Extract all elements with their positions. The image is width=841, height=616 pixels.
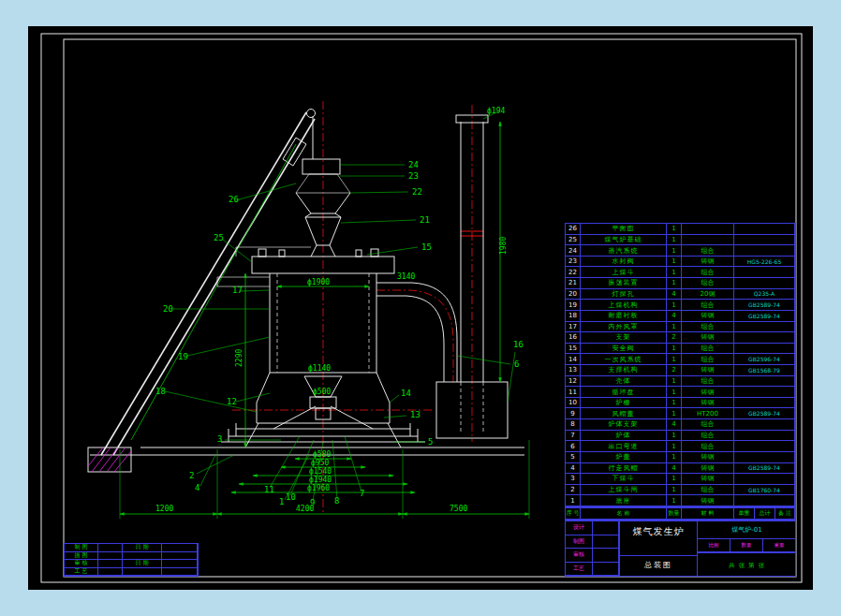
bom-cell-material: 组合	[682, 344, 734, 355]
bom-cell-name: 炉体支架	[581, 419, 667, 431]
bom-cell-no: 24	[566, 245, 581, 257]
bom-cell-no: 11	[566, 387, 581, 398]
title-block-right: 煤气炉-01 比例数量重量 共 张 第 张	[698, 521, 796, 576]
bom-cell-name: 出口弯道	[581, 441, 667, 452]
bom-cell-name: 平面图	[581, 224, 667, 235]
bom-cell-qty: 1	[667, 387, 682, 398]
bom-cell-material: 铸钢	[682, 463, 734, 475]
bom-cell-note: HG5-226-65	[734, 257, 795, 268]
drawing-number: 煤气炉-01	[698, 521, 796, 539]
revision-cell	[123, 568, 162, 577]
title-label-cell: 数量	[730, 539, 763, 552]
bom-cell-material: 组合	[682, 485, 734, 496]
bom-cell-qty: 1	[667, 354, 682, 365]
bom-cell-note	[734, 224, 795, 235]
bom-cell-note: GB2596-74	[734, 354, 795, 365]
bom-cell-no: 25	[566, 235, 581, 246]
sign-cell	[593, 563, 619, 577]
bom-cell-no: 5	[566, 452, 581, 463]
title-block-labels: 比例数量重量	[698, 539, 796, 553]
dimension-label: ф1900	[307, 278, 330, 286]
bom-cell-qty: 1	[667, 431, 682, 442]
bom-cell-name: 振荡装置	[581, 278, 667, 289]
revision-cell	[98, 544, 123, 552]
bom-cell-note	[734, 245, 795, 257]
bom-cell-qty: 1	[667, 398, 682, 409]
part-callout: 1	[279, 497, 284, 506]
revision-block: 制 图日 期描 图审 核日 期工 艺	[64, 543, 199, 577]
bom-cell-no: 14	[566, 354, 581, 365]
part-callout: 25	[214, 233, 224, 242]
title-label-cell: 比例	[698, 539, 730, 552]
dimension-label: ф194	[487, 107, 505, 115]
dimension-label: ф500	[313, 388, 331, 396]
bom-cell-name: 耐磨衬板	[581, 311, 667, 322]
sign-cell	[593, 521, 619, 535]
revision-cell	[98, 560, 123, 568]
bom-cell-name: 炉体	[581, 431, 667, 442]
part-callout: 10	[286, 492, 296, 502]
bom-cell-qty: 1	[667, 245, 682, 257]
bom-cell-name: 下煤斗	[581, 474, 667, 485]
bom-header-cell: 备 注	[775, 508, 795, 520]
bom-cell-name: 安全阀	[581, 344, 667, 355]
bom-cell-qty: 1	[667, 408, 682, 419]
part-callout: 23	[408, 171, 419, 181]
part-callout: 15	[421, 242, 432, 252]
bom-cell-no: 15	[566, 344, 581, 355]
bom-cell-name: 行走风帽	[581, 463, 667, 475]
bom-header-cell: 序 号	[566, 508, 581, 520]
bom-cell-material: 铸钢	[682, 387, 734, 398]
dimension-label: 2290	[235, 349, 243, 367]
bom-cell-name: 水封阀	[581, 257, 667, 268]
bom-cell-material: 组合	[682, 278, 734, 289]
bom-cell-no: 19	[566, 300, 581, 311]
bom-cell-material: 组合	[682, 419, 734, 431]
bom-cell-note	[734, 267, 795, 278]
title-block-sign-rows: 设计制图审核工艺	[566, 521, 620, 576]
revision-cell	[123, 552, 162, 561]
dimension-label: 3140	[397, 272, 415, 281]
bom-cell-note: GB2589-74	[734, 463, 795, 475]
bom-cell-no: 4	[566, 463, 581, 475]
bom-cell-name: 底座	[581, 495, 667, 506]
bom-cell-name: 一次风系统	[581, 354, 667, 365]
bom-header-cell: 数量	[667, 508, 682, 520]
bom-header-cell: 材 料	[682, 508, 734, 520]
part-callout: 6	[514, 359, 519, 369]
bom-cell-qty: 1	[667, 235, 682, 246]
bom-cell-qty: 4	[667, 311, 682, 322]
bom-cell-no: 9	[566, 408, 581, 419]
part-callout: 19	[178, 352, 188, 361]
bom-cell-no: 13	[566, 365, 581, 376]
cad-window: { "document": { "title": "煤气发生炉", "drawi…	[0, 0, 841, 616]
bom-cell-note: Q235-A	[734, 289, 795, 301]
part-callout: 3	[217, 434, 222, 444]
title-block-middle: 煤气发生炉 总装图	[620, 521, 698, 576]
bom-cell-note: GB1568-79	[734, 365, 795, 376]
bom-cell-name: 上煤斗闸	[581, 485, 667, 496]
bom-cell-no: 12	[566, 376, 581, 388]
part-callout: 16	[513, 340, 524, 349]
bom-cell-note	[734, 474, 795, 485]
bom-cell-note	[734, 332, 795, 344]
dimension-label: 1980	[499, 237, 508, 255]
part-callout: 22	[412, 187, 422, 197]
bom-cell-name: 上煤斗	[581, 267, 667, 278]
bom-cell-material: 铸钢	[682, 365, 734, 376]
bom-cell-note	[734, 322, 795, 333]
bom-cell-material: 组合	[682, 245, 734, 257]
bom-cell-material: 组合	[682, 267, 734, 278]
bom-cell-no: 6	[566, 441, 581, 452]
revision-cell: 日 期	[123, 560, 162, 568]
title-block: 设计制图审核工艺 煤气发生炉 总装图 煤气炉-01 比例数量重量 共 张 第 张	[565, 521, 796, 577]
bom-header-cell: 单重	[734, 508, 755, 520]
bom-cell-note	[734, 376, 795, 388]
sign-cell: 设计	[566, 521, 593, 535]
dimension-label: 1200	[155, 505, 173, 513]
bom-cell-qty: 1	[667, 322, 682, 333]
bom-cell-no: 8	[566, 419, 581, 431]
bom-cell-qty: 1	[667, 257, 682, 268]
bom-cell-qty: 1	[667, 495, 682, 506]
bom-cell-qty: 1	[667, 441, 682, 452]
